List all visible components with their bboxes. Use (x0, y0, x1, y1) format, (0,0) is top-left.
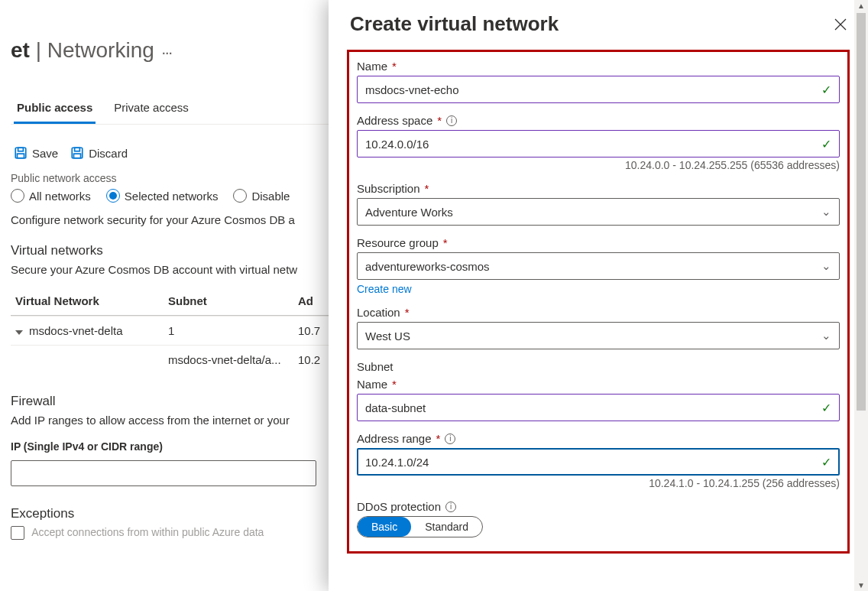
subscription-select[interactable]: Adventure Works ⌄ (357, 198, 840, 226)
scroll-down-icon[interactable]: ▼ (857, 581, 865, 589)
name-value: msdocs-vnet-echo (365, 83, 459, 96)
ddos-basic[interactable]: Basic (358, 517, 411, 537)
subnet-heading: Subnet (357, 360, 840, 373)
info-icon[interactable]: i (445, 434, 455, 444)
subnet-name-input[interactable]: data-subnet ✓ (357, 394, 840, 421)
chevron-down-icon: ⌄ (821, 259, 831, 273)
rg-label: Resource group (357, 236, 439, 249)
form-highlight: Name * msdocs-vnet-echo ✓ Address space … (347, 50, 850, 554)
address-space-input[interactable]: 10.24.0.0/16 ✓ (357, 130, 840, 157)
more-icon[interactable]: … (162, 44, 174, 57)
subnet-range-label: Address range (357, 432, 432, 445)
location-label: Location (357, 306, 400, 319)
vertical-scrollbar[interactable]: ▲ ▼ (854, 0, 868, 591)
addr-hint: 10.24.0.0 - 10.24.255.255 (65536 address… (357, 159, 840, 171)
check-icon: ✓ (821, 401, 831, 415)
location-value: West US (365, 330, 410, 343)
subnet-range-value: 10.24.1.0/24 (365, 456, 429, 469)
create-vnet-panel: Create virtual network Name * msdocs-vne… (329, 0, 868, 591)
radio-all-label: All networks (29, 190, 91, 203)
radio-selected-networks[interactable]: Selected networks (106, 189, 219, 203)
info-icon[interactable]: i (446, 115, 457, 126)
radio-selected-label: Selected networks (125, 190, 219, 203)
ddos-toggle[interactable]: Basic Standard (357, 516, 483, 537)
close-icon[interactable] (834, 18, 847, 31)
chevron-down-icon: ⌄ (821, 205, 831, 219)
discard-button[interactable]: Discard (70, 146, 128, 160)
cell-subnet: 1 (168, 324, 298, 337)
tab-public-access[interactable]: Public access (14, 93, 96, 124)
svg-rect-5 (74, 154, 81, 158)
col-subnet: Subnet (168, 294, 298, 307)
resource-group-select[interactable]: adventureworks-cosmos ⌄ (357, 252, 840, 280)
subnet-range-input[interactable]: 10.24.1.0/24 ✓ (357, 448, 840, 476)
exceptions-check-label: Accept connections from within public Az… (31, 526, 264, 538)
create-new-rg-link[interactable]: Create new (357, 283, 412, 295)
col-vn: Virtual Network (15, 294, 168, 307)
breadcrumb-name: et (11, 38, 30, 62)
cell-subnet: msdocs-vnet-delta/a... (168, 353, 298, 366)
ip-input[interactable] (11, 460, 316, 486)
discard-label: Discard (89, 147, 128, 160)
addr-label: Address space (357, 114, 432, 127)
required-icon: * (443, 236, 448, 249)
name-input[interactable]: msdocs-vnet-echo ✓ (357, 76, 840, 103)
check-icon: ✓ (821, 455, 831, 469)
required-icon: * (392, 378, 397, 391)
chevron-down-icon: ⌄ (821, 329, 831, 343)
radio-all-networks[interactable]: All networks (11, 189, 91, 203)
required-icon: * (436, 432, 441, 445)
subnet-name-value: data-subnet (365, 401, 426, 414)
panel-title: Create virtual network (350, 12, 559, 36)
exceptions-checkbox[interactable] (11, 526, 24, 540)
scroll-up-icon[interactable]: ▲ (857, 2, 865, 10)
rg-value: adventureworks-cosmos (365, 260, 490, 273)
required-icon: * (425, 182, 429, 195)
required-icon: * (392, 60, 397, 73)
breadcrumb-section: | Networking (30, 38, 154, 62)
ddos-standard[interactable]: Standard (411, 517, 482, 537)
subscription-label: Subscription (357, 182, 420, 195)
subnet-range-hint: 10.24.1.0 - 10.24.1.255 (256 addresses) (357, 477, 840, 489)
required-icon: * (405, 306, 410, 319)
save-button[interactable]: Save (14, 146, 58, 160)
subscription-value: Adventure Works (365, 206, 453, 219)
ddos-label: DDoS protection (357, 500, 441, 513)
tab-private-access[interactable]: Private access (111, 93, 192, 124)
radio-disable[interactable]: Disable (233, 189, 290, 203)
info-icon[interactable]: i (445, 502, 456, 512)
addr-value: 10.24.0.0/16 (365, 138, 429, 151)
required-icon: * (437, 114, 442, 127)
subnet-name-label: Name (357, 378, 387, 391)
save-icon (14, 146, 28, 160)
save-label: Save (32, 147, 58, 160)
discard-icon (70, 146, 84, 160)
svg-rect-2 (18, 154, 24, 158)
radio-disable-label: Disable (251, 190, 290, 203)
location-select[interactable]: West US ⌄ (357, 322, 840, 349)
name-label: Name (357, 60, 387, 73)
svg-rect-4 (75, 148, 80, 151)
svg-rect-1 (18, 148, 24, 151)
check-icon: ✓ (821, 137, 831, 151)
check-icon: ✓ (821, 83, 831, 97)
chevron-down-icon (15, 330, 23, 335)
cell-vn: msdocs-vnet-delta (29, 324, 123, 337)
scroll-thumb[interactable] (857, 13, 866, 411)
